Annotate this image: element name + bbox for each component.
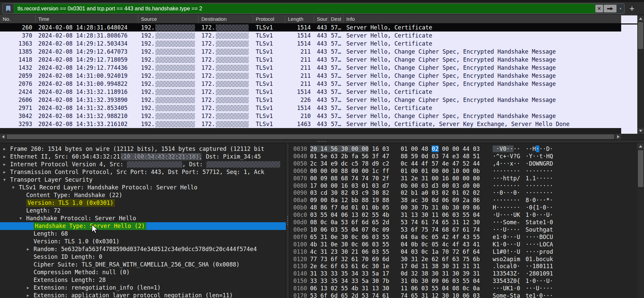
packet-list-horizontal-scrollbar[interactable] [0, 134, 621, 140]
ascii-group-2: 1·0···U· [526, 277, 553, 285]
scroll-up-button[interactable] [637, 143, 644, 149]
protocol-tree-row[interactable]: ▶Transmission Control Protocol, Src Port… [0, 168, 286, 176]
filter-history-dropdown[interactable]: ▼ [617, 5, 624, 12]
pane-splitter-vertical[interactable] [286, 143, 289, 298]
hex-byte: 30 [411, 204, 418, 211]
scrollbar-thumb[interactable] [638, 150, 643, 187]
tree-collapsed-icon[interactable]: ▶ [27, 245, 29, 253]
tree-collapsed-icon[interactable]: ▶ [3, 153, 6, 161]
packet-row[interactable]: 13632024-02-08 14:29:12.503434192.172.TL… [0, 40, 621, 48]
protocol-tree-row[interactable]: Version: TLS 1.0 (0x0301) [0, 238, 286, 245]
packet-row[interactable]: 32932024-02-08 14:31:33.216102192.172.TL… [0, 120, 621, 128]
column-header-len[interactable]: Length [285, 15, 314, 23]
hex-bytes-group-1: 17 00 00 16 03 01 03 d7 [310, 182, 389, 189]
protocol-tree-row[interactable]: ▶Internet Protocol Version 4, Src: , Dst… [0, 161, 286, 168]
hex-space [428, 226, 432, 233]
packet-row[interactable]: 14182024-02-08 14:29:12.718059192.172.TL… [0, 56, 621, 64]
tree-row-text: Transmission Control Protocol, Src Port:… [10, 168, 264, 176]
clear-filter-button[interactable]: ✕ [595, 5, 603, 12]
packet-row[interactable]: 29712024-02-08 14:31:32.853405192.172.TL… [0, 104, 621, 112]
protocol-tree-row[interactable]: Handshake Type: Server Hello (2) [0, 222, 286, 230]
ascii-char: p [513, 175, 517, 182]
hex-byte: 03 [351, 189, 358, 196]
display-filter-input[interactable]: tls.record.version == 0x0301 and tcp.por… [14, 4, 595, 13]
packet-row[interactable]: 2602024-02-08 14:28:31.648024192.172.TLS… [0, 23, 621, 32]
hex-byte: 14 [320, 145, 327, 152]
packet-row[interactable]: 30422024-02-08 14:31:32.988210192.172.TL… [0, 112, 621, 120]
ascii-char: w [493, 256, 496, 262]
protocol-tree-row[interactable]: Length: 72 [0, 207, 286, 215]
tree-expanded-icon[interactable]: ▼ [3, 176, 6, 184]
packet-row[interactable]: 24242024-02-08 14:31:32.118916192.172.TL… [0, 88, 621, 96]
tree-row-text: Extension: application_layer_protocol_ne… [34, 292, 233, 298]
apply-filter-button[interactable] [604, 5, 616, 12]
protocol-tree-row[interactable]: ▶Extension: renegotiation_info (len=1) [0, 284, 286, 292]
scrollbar-thumb[interactable] [7, 134, 614, 139]
hex-byte: 31 [452, 263, 459, 270]
packet-list-vertical-scrollbar[interactable] [637, 15, 644, 134]
protocol-tree-row[interactable]: ▶Ethernet II, Src: 60:54:43:32:21:10 (60… [0, 153, 286, 161]
scroll-right-button[interactable] [615, 134, 621, 140]
hex-space [379, 189, 382, 196]
packet-row[interactable]: 20762024-02-08 14:31:00.994822192.172.TL… [0, 80, 621, 88]
protocol-tree-row[interactable]: Version: TLS 1.0 (0x0301) [0, 199, 286, 207]
scroll-left-button[interactable] [0, 134, 6, 140]
hex-byte: 01 [362, 204, 368, 211]
protocol-tree-row[interactable]: Extensions Length: 28 [0, 276, 286, 284]
protocol-tree-row[interactable]: ▶Extension: application_layer_protocol_n… [0, 292, 286, 298]
column-header-proto[interactable]: Protocol [253, 15, 285, 23]
tree-collapsed-icon[interactable]: ▶ [27, 284, 29, 292]
protocol-tree-row[interactable]: Session ID Length: 0 [0, 253, 286, 261]
protocol-tree-row[interactable]: ▼Transport Layer Security [0, 176, 286, 184]
packet-row[interactable]: 13852024-02-08 14:29:12.647073192.172.TL… [0, 48, 621, 56]
column-header-no[interactable]: No. [0, 15, 36, 23]
scroll-up-button[interactable] [637, 15, 644, 21]
tree-collapsed-icon[interactable]: ▶ [3, 168, 6, 176]
add-filter-button[interactable]: + [627, 4, 637, 13]
column-header-sport[interactable]: Sour [314, 15, 328, 23]
ascii-group-2: ········ [526, 182, 553, 189]
tree-collapsed-icon[interactable]: ▶ [27, 292, 29, 298]
column-header-src[interactable]: Source [138, 15, 199, 23]
tree-collapsed-icon[interactable]: ▶ [3, 161, 6, 168]
packet-row[interactable]: 14322024-02-08 14:29:12.774436192.172.TL… [0, 64, 621, 72]
ascii-char: o [539, 256, 543, 262]
column-header-dport[interactable]: Dest [328, 15, 344, 23]
filter-bookmark-button[interactable] [3, 4, 14, 13]
column-header-time[interactable]: Time [36, 15, 138, 23]
hex-space [348, 248, 351, 255]
column-header-info[interactable]: Info [344, 15, 621, 23]
protocol-tree-row[interactable]: ▶Frame 260: 1514 bytes on wire (12112 bi… [0, 145, 286, 153]
hex-space [439, 292, 442, 298]
scroll-down-button[interactable] [637, 128, 644, 134]
protocol-tree-row[interactable]: Length: 68 [0, 230, 286, 238]
display-filter-bar[interactable]: tls.record.version == 0x0301 and tcp.por… [2, 3, 625, 14]
protocol-tree-row[interactable]: Cipher Suite: TLS_DHE_RSA_WITH_CAMELLIA_… [0, 261, 286, 269]
protocol-tree-row[interactable]: Compression Method: null (0) [0, 269, 286, 276]
packet-row[interactable]: 26062024-02-08 14:31:32.393890192.172.TL… [0, 96, 621, 104]
column-header-dst[interactable]: Destination [199, 15, 253, 23]
ascii-char: a [546, 226, 550, 233]
scrollbar-thumb[interactable] [638, 22, 643, 49]
packet-row[interactable]: 3702024-02-08 14:28:31.808676192.172.TLS… [0, 32, 621, 40]
tree-text-segment: Handshake Protocol: Server Hello [26, 215, 136, 222]
protocol-tree-row[interactable]: Content Type: Handshake (22) [0, 191, 286, 199]
tree-expanded-icon[interactable]: ▼ [12, 184, 14, 191]
tree-collapsed-icon[interactable]: ▶ [3, 145, 6, 153]
ascii-group-2: ········ [526, 167, 553, 175]
tree-expanded-icon[interactable]: ▼ [19, 215, 22, 222]
packet-list-minimap[interactable] [621, 15, 637, 134]
minimap-selected-marker [621, 23, 637, 24]
bytes-pane-vertical-scrollbar[interactable] [637, 143, 644, 298]
hex-byte: 00 [452, 175, 459, 182]
packet-row[interactable]: 20592024-02-08 14:31:00.924019192.172.TL… [0, 72, 621, 80]
protocol-tree-row[interactable]: ▼TLSv1 Record Layer: Handshake Protocol:… [0, 184, 286, 191]
pane-splitter-horizontal[interactable] [0, 140, 644, 143]
hex-space [338, 285, 341, 292]
ascii-char: · [506, 241, 510, 248]
protocol-tree-row[interactable]: ▶Random: 5e632bfa563f4788590d0374e348512… [0, 245, 286, 253]
protocol-tree-row[interactable]: ▼Handshake Protocol: Server Hello [0, 215, 286, 222]
hex-bytes-group-2: 00 30 7b 31 0b 30 09 06 [401, 204, 480, 211]
hex-space [428, 145, 432, 152]
filter-expression[interactable]: tls.record.version == 0x0301 and tcp.por… [17, 6, 202, 12]
